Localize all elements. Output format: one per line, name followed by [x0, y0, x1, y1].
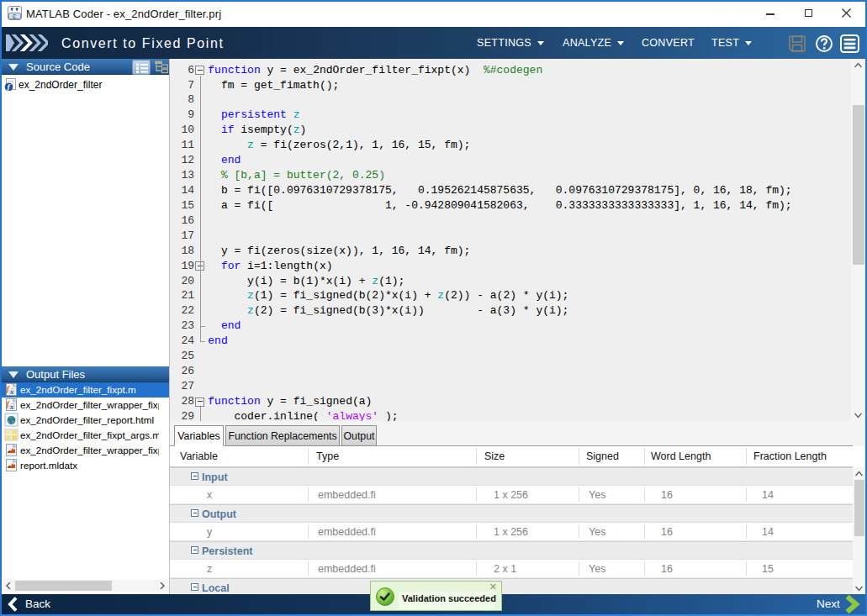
- svg-text:x: x: [9, 387, 14, 396]
- svg-text:x: x: [9, 403, 14, 411]
